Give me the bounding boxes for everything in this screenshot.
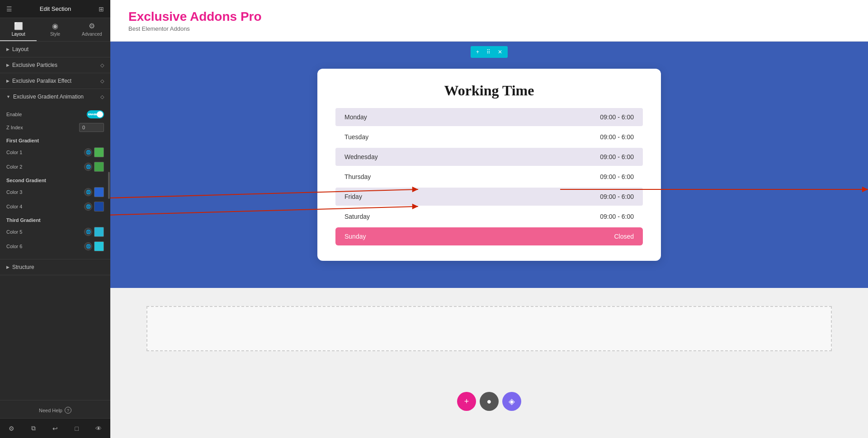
color4-row: Color 4 🌐 xyxy=(6,199,104,214)
particles-label: Exclusive Particles xyxy=(12,62,57,68)
color4-swatch[interactable] xyxy=(94,202,104,212)
blue-section: + ⠿ ✕ Working Time Monday 09:00 - 6:00 T… xyxy=(110,42,868,288)
style-icon: ◉ xyxy=(52,22,58,30)
color6-globe-icon[interactable]: 🌐 xyxy=(84,242,92,250)
shape-float-button[interactable]: ● xyxy=(480,392,499,411)
structure-left: ▶ Structure xyxy=(6,264,34,270)
color2-swatch[interactable] xyxy=(94,162,104,172)
need-help-text: Need Help xyxy=(39,408,62,413)
day-wednesday: Wednesday xyxy=(344,153,378,160)
parallax-label: Exclusive Parallax Effect xyxy=(12,78,71,84)
color4-control: 🌐 xyxy=(84,202,104,212)
hamburger-icon[interactable]: ☰ xyxy=(6,5,12,13)
color3-control: 🌐 xyxy=(84,187,104,197)
add-float-button[interactable]: + xyxy=(457,392,476,411)
enable-label: Enable xyxy=(6,112,22,117)
structure-header[interactable]: ▶ Structure xyxy=(0,259,110,275)
tab-advanced-label: Advanced xyxy=(82,32,102,37)
section-particles: ▶ Exclusive Particles ◇ xyxy=(0,57,110,73)
scroll-handle xyxy=(108,0,110,438)
day-saturday: Saturday xyxy=(344,213,370,220)
tab-advanced[interactable]: ⚙ Advanced xyxy=(74,18,110,41)
grid-icon[interactable]: ⊞ xyxy=(99,5,104,13)
hours-thursday: 09:00 - 6:00 xyxy=(600,173,634,180)
diamond-float-button[interactable]: ◈ xyxy=(502,392,521,411)
parallax-diamond-icon: ◇ xyxy=(100,78,104,84)
main-title: Exclusive Addons Pro xyxy=(128,9,850,24)
gradient-label: Exclusive Gradient Animation xyxy=(13,94,84,100)
table-row: Saturday 09:00 - 6:00 xyxy=(335,207,643,226)
settings-icon[interactable]: ⚙ xyxy=(9,425,14,432)
tab-layout[interactable]: ⬜ Layout xyxy=(0,18,37,41)
color3-label: Color 3 xyxy=(6,189,22,195)
add-section-btn[interactable]: + xyxy=(474,48,481,56)
section-gradient-header[interactable]: ▼ Exclusive Gradient Animation ◇ xyxy=(0,89,110,104)
responsive-icon[interactable]: □ xyxy=(75,425,79,432)
color1-label: Color 1 xyxy=(6,150,22,155)
color3-globe-icon[interactable]: 🌐 xyxy=(84,188,92,196)
layers-icon[interactable]: ⧉ xyxy=(31,424,36,432)
enable-toggle[interactable]: ENABLE xyxy=(87,110,104,118)
color6-row: Color 6 🌐 xyxy=(6,239,104,254)
table-row-sunday: Sunday Closed xyxy=(335,227,643,245)
svg-marker-5 xyxy=(862,186,868,192)
first-gradient-label: First Gradient xyxy=(6,134,104,145)
layout-label: Layout xyxy=(12,46,28,52)
color1-control: 🌐 xyxy=(84,147,104,157)
hours-wednesday: 09:00 - 6:00 xyxy=(600,153,634,160)
section-gradient: ▼ Exclusive Gradient Animation ◇ Enable … xyxy=(0,89,110,259)
empty-section-container xyxy=(110,288,868,369)
color6-label: Color 6 xyxy=(6,244,22,249)
empty-section xyxy=(146,306,832,351)
scroll-thumb xyxy=(108,172,110,199)
color4-label: Color 4 xyxy=(6,204,22,209)
particles-arrow-icon: ▶ xyxy=(6,63,9,67)
close-section-btn[interactable]: ✕ xyxy=(496,48,504,56)
color2-globe-icon[interactable]: 🌐 xyxy=(84,163,92,171)
toggle-knob xyxy=(97,111,103,118)
color3-swatch[interactable] xyxy=(94,187,104,197)
day-sunday: Sunday xyxy=(344,233,366,240)
day-friday: Friday xyxy=(344,193,362,200)
undo-icon[interactable]: ↩ xyxy=(52,425,58,432)
parallax-arrow-icon: ▶ xyxy=(6,79,9,83)
table-row: Monday 09:00 - 6:00 xyxy=(335,108,643,126)
color4-globe-icon[interactable]: 🌐 xyxy=(84,203,92,211)
tab-style[interactable]: ◉ Style xyxy=(37,18,73,41)
z-index-row: Z Index xyxy=(6,121,104,134)
section-layout: ▶ Layout xyxy=(0,42,110,57)
tabs-row: ⬜ Layout ◉ Style ⚙ Advanced xyxy=(0,18,110,42)
enable-row: Enable ENABLE xyxy=(6,108,104,121)
section-parallax: ▶ Exclusive Parallax Effect ◇ xyxy=(0,73,110,89)
drag-section-btn[interactable]: ⠿ xyxy=(485,48,492,56)
color1-globe-icon[interactable]: 🌐 xyxy=(84,148,92,156)
need-help-row[interactable]: Need Help ? xyxy=(6,407,104,414)
working-time-title: Working Time xyxy=(335,82,643,99)
day-tuesday: Tuesday xyxy=(344,133,368,141)
z-index-input[interactable] xyxy=(79,123,104,132)
layout-icon: ⬜ xyxy=(14,22,23,30)
main-subtitle: Best Elementor Addons xyxy=(128,25,850,32)
section-parallax-header[interactable]: ▶ Exclusive Parallax Effect ◇ xyxy=(0,73,110,89)
color5-swatch[interactable] xyxy=(94,227,104,237)
section-layout-header[interactable]: ▶ Layout xyxy=(0,42,110,57)
section-layout-left: ▶ Layout xyxy=(6,46,28,52)
color2-control: 🌐 xyxy=(84,162,104,172)
color3-row: Color 3 🌐 xyxy=(6,185,104,199)
color1-swatch[interactable] xyxy=(94,147,104,157)
hours-friday: 09:00 - 6:00 xyxy=(600,193,634,200)
color6-swatch[interactable] xyxy=(94,241,104,251)
hours-sunday: Closed xyxy=(614,233,634,240)
color6-control: 🌐 xyxy=(84,241,104,251)
section-particles-header[interactable]: ▶ Exclusive Particles ◇ xyxy=(0,57,110,73)
gradient-arrow-icon: ▼ xyxy=(6,94,10,99)
eye-icon[interactable]: 👁 xyxy=(95,425,102,432)
color5-label: Color 5 xyxy=(6,229,22,235)
section-structure: ▶ Structure xyxy=(0,259,110,275)
color5-globe-icon[interactable]: 🌐 xyxy=(84,228,92,236)
section-gradient-left: ▼ Exclusive Gradient Animation xyxy=(6,94,84,100)
panel-spacer xyxy=(0,275,110,400)
hours-tuesday: 09:00 - 6:00 xyxy=(600,133,634,141)
layout-arrow-icon: ▶ xyxy=(6,47,9,52)
tab-style-label: Style xyxy=(50,32,60,37)
